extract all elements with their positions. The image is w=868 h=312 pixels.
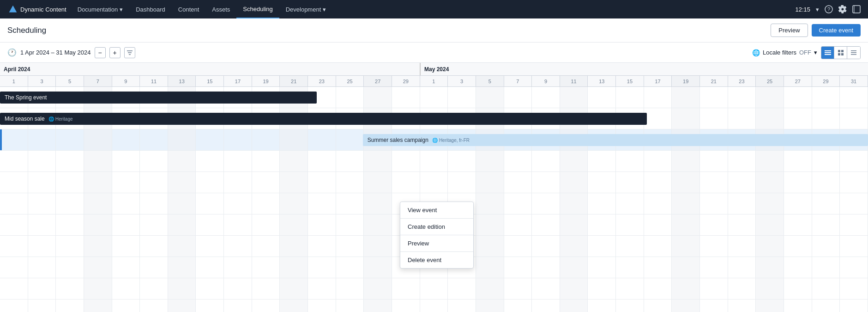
menu-preview[interactable]: Preview bbox=[400, 235, 473, 251]
event-row-midseason: Mid season sale 🌐 Heritage bbox=[0, 108, 868, 129]
top-nav: Dynamic Content Documentation ▾ Dashboar… bbox=[0, 0, 868, 18]
day-cell: 25 bbox=[336, 76, 364, 86]
day-cell: 23 bbox=[728, 76, 756, 86]
svg-rect-17 bbox=[851, 54, 856, 55]
day-cell: 29 bbox=[392, 76, 420, 86]
day-cell: 17 bbox=[224, 76, 252, 86]
timeline-icon bbox=[825, 50, 831, 55]
row-accent-bar bbox=[0, 129, 2, 150]
nav-item-dashboard[interactable]: Dashboard bbox=[129, 0, 172, 18]
svg-rect-12 bbox=[841, 50, 844, 52]
logo-icon bbox=[8, 5, 18, 14]
nav-item-content[interactable]: Content bbox=[172, 0, 206, 18]
nav-dropdown-icon: ▾ bbox=[120, 6, 123, 13]
clock-icon: 🕐 bbox=[7, 48, 17, 57]
april-header: April 2024 bbox=[0, 63, 421, 75]
settings-icon[interactable] bbox=[838, 5, 847, 13]
day-cell: 7 bbox=[84, 76, 112, 86]
nav-right: 12:15 ▾ ? bbox=[795, 5, 864, 13]
svg-rect-16 bbox=[851, 52, 856, 53]
menu-create-edition[interactable]: Create edition bbox=[400, 219, 473, 235]
svg-rect-10 bbox=[825, 54, 831, 55]
context-menu: View event Create edition Preview Delete… bbox=[400, 202, 474, 269]
user-icon[interactable] bbox=[852, 5, 861, 13]
event-row-summer: Summer sales campaign 🌐 Heritage, fr-FR bbox=[0, 129, 868, 151]
day-cell: 7 bbox=[504, 76, 532, 86]
locale-toggle-button[interactable]: ▾ bbox=[814, 49, 817, 56]
day-cell: 11 bbox=[140, 76, 168, 86]
summer-locale-badge: 🌐 Heritage, fr-FR bbox=[432, 138, 470, 143]
day-cell: 15 bbox=[616, 76, 644, 86]
svg-rect-15 bbox=[851, 50, 856, 51]
date-range: 1 Apr 2024 – 31 May 2024 bbox=[20, 49, 91, 56]
empty-row bbox=[0, 300, 868, 312]
svg-text:?: ? bbox=[827, 6, 830, 12]
svg-rect-14 bbox=[841, 53, 844, 55]
empty-row bbox=[0, 278, 868, 300]
day-cell: 9 bbox=[112, 76, 140, 86]
subheader: Scheduling Preview Create event bbox=[0, 18, 868, 43]
svg-rect-3 bbox=[853, 6, 860, 13]
day-cell: 17 bbox=[644, 76, 672, 86]
filter-button[interactable] bbox=[124, 47, 135, 58]
day-cell: 27 bbox=[364, 76, 392, 86]
svg-rect-11 bbox=[838, 50, 840, 52]
globe-icon-summer: 🌐 bbox=[432, 138, 438, 143]
help-icon[interactable]: ? bbox=[825, 5, 833, 13]
day-cell: 15 bbox=[196, 76, 224, 86]
zoom-out-button[interactable]: − bbox=[95, 47, 106, 58]
calendar-container: April 2024 May 2024 13579111315171921232… bbox=[0, 63, 868, 312]
day-cell: 5 bbox=[476, 76, 504, 86]
month-header: April 2024 May 2024 bbox=[0, 63, 868, 76]
day-cell: 21 bbox=[280, 76, 308, 86]
day-cell: 31 bbox=[840, 76, 868, 86]
day-cell: 11 bbox=[560, 76, 588, 86]
summer-event-bar[interactable]: Summer sales campaign 🌐 Heritage, fr-FR bbox=[363, 134, 868, 146]
globe-icon: 🌐 bbox=[752, 49, 760, 56]
day-cell: 3 bbox=[448, 76, 476, 86]
filter-icon bbox=[127, 49, 133, 56]
midseason-locale-badge: 🌐 Heritage bbox=[48, 116, 73, 122]
day-cell: 19 bbox=[252, 76, 280, 86]
locale-off-label: OFF bbox=[799, 49, 811, 56]
view-timeline-button[interactable] bbox=[821, 47, 834, 59]
svg-rect-8 bbox=[825, 50, 831, 51]
menu-delete-event[interactable]: Delete event bbox=[400, 252, 473, 268]
nav-item-documentation[interactable]: Documentation ▾ bbox=[71, 0, 129, 18]
nav-item-label: Development bbox=[286, 6, 321, 13]
preview-button[interactable]: Preview bbox=[771, 24, 808, 37]
view-list-button[interactable] bbox=[847, 47, 860, 59]
event-area: The Spring event Mid season sale 🌐 Herit… bbox=[0, 87, 868, 312]
globe-icon-mid: 🌐 bbox=[48, 116, 54, 122]
menu-view-event[interactable]: View event bbox=[400, 202, 473, 218]
nav-item-assets[interactable]: Assets bbox=[205, 0, 236, 18]
nav-logo-text: Dynamic Content bbox=[20, 6, 66, 13]
nav-time-dropdown-icon[interactable]: ▾ bbox=[816, 6, 819, 13]
day-cell: 27 bbox=[784, 76, 812, 86]
spring-event-label: The Spring event bbox=[5, 94, 47, 101]
nav-item-label: Scheduling bbox=[243, 6, 272, 12]
nav-logo[interactable]: Dynamic Content bbox=[4, 5, 71, 14]
midseason-event-bar[interactable]: Mid season sale 🌐 Heritage bbox=[0, 113, 647, 125]
svg-marker-0 bbox=[9, 6, 17, 12]
nav-item-development[interactable]: Development ▾ bbox=[279, 0, 333, 18]
spring-event-bar[interactable]: The Spring event bbox=[0, 92, 317, 104]
may-header: May 2024 bbox=[421, 63, 868, 75]
nav-dropdown-icon: ▾ bbox=[323, 6, 326, 13]
grid-icon bbox=[838, 50, 844, 55]
nav-item-scheduling[interactable]: Scheduling bbox=[236, 0, 279, 18]
nav-item-label: Content bbox=[178, 6, 199, 13]
view-grid-button[interactable] bbox=[834, 47, 847, 59]
day-header-row: 1357911131517192123252729135791113151719… bbox=[0, 76, 868, 87]
event-row-spring: The Spring event bbox=[0, 87, 868, 108]
midseason-event-label: Mid season sale bbox=[5, 116, 45, 122]
create-event-button[interactable]: Create event bbox=[812, 24, 861, 37]
day-cell: 9 bbox=[532, 76, 560, 86]
day-cell: 19 bbox=[672, 76, 700, 86]
list-icon bbox=[851, 50, 856, 55]
zoom-in-button[interactable]: + bbox=[109, 47, 121, 58]
day-cell: 13 bbox=[168, 76, 196, 86]
svg-rect-9 bbox=[825, 52, 831, 53]
nav-time: 12:15 bbox=[795, 6, 810, 13]
day-cell: 3 bbox=[28, 76, 56, 86]
